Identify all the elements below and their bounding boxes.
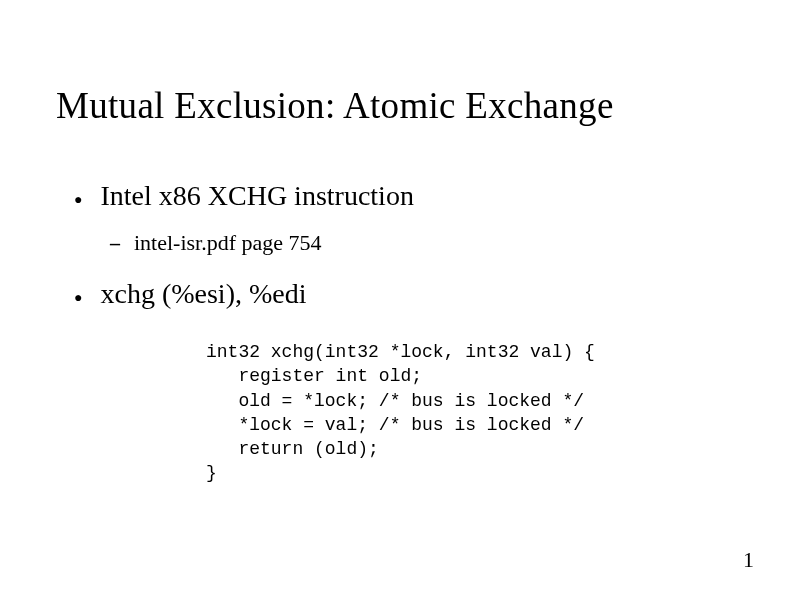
bullet-list: ● Intel x86 XCHG instruction – intel-isr… — [74, 180, 414, 328]
bullet-icon: ● — [74, 193, 82, 207]
slide: Mutual Exclusion: Atomic Exchange ● Inte… — [0, 0, 794, 595]
page-number: 1 — [743, 547, 754, 573]
bullet-text: xchg (%esi), %edi — [100, 278, 306, 310]
dash-icon: – — [110, 232, 120, 255]
code-block: int32 xchg(int32 *lock, int32 val) { reg… — [206, 340, 595, 486]
sub-bullet-text: intel-isr.pdf page 754 — [134, 230, 322, 256]
sub-bullet-item: – intel-isr.pdf page 754 — [110, 230, 414, 256]
slide-title: Mutual Exclusion: Atomic Exchange — [56, 84, 614, 127]
bullet-item: ● xchg (%esi), %edi — [74, 278, 414, 310]
bullet-icon: ● — [74, 291, 82, 305]
bullet-text: Intel x86 XCHG instruction — [100, 180, 413, 212]
bullet-item: ● Intel x86 XCHG instruction — [74, 180, 414, 212]
